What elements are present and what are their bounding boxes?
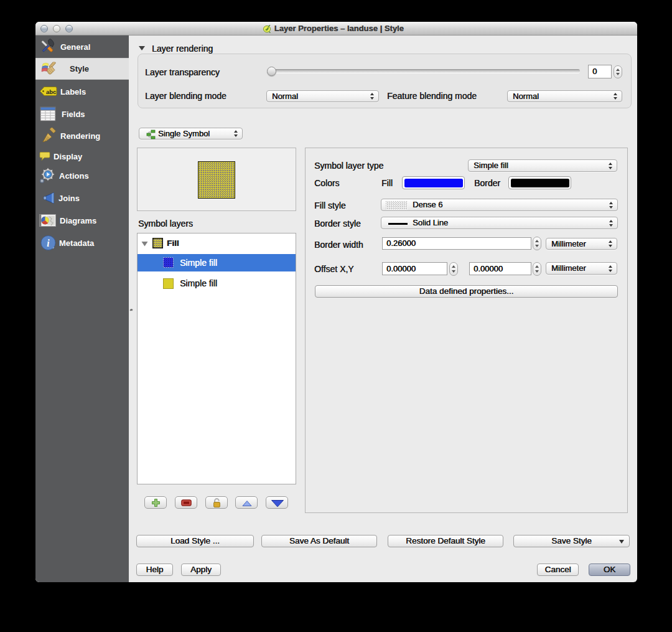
svg-text:abc: abc: [46, 88, 56, 95]
svg-text:i: i: [47, 238, 50, 248]
